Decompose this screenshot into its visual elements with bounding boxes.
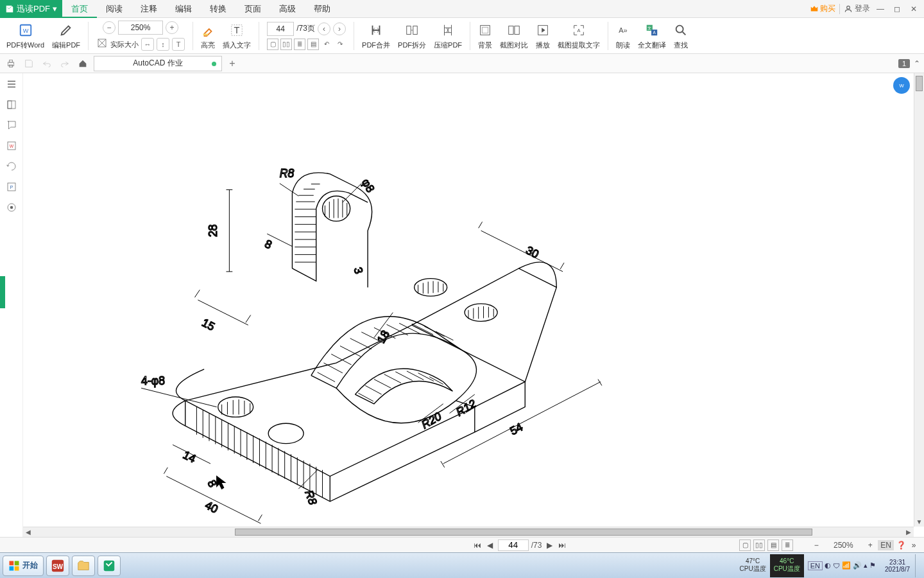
app-logo[interactable]: 迅读PDF ▾ (0, 0, 62, 18)
task-explorer[interactable] (72, 556, 95, 576)
cpu-temp-1[interactable]: 47°C CPU温度 (736, 554, 770, 577)
start-button[interactable]: 开始 (3, 556, 44, 576)
continuous-button[interactable]: ≣ (294, 39, 305, 50)
edit-pdf-button[interactable]: 编辑PDF (49, 18, 83, 54)
zoom-in-status[interactable]: + (865, 540, 875, 550)
app-dropdown-icon[interactable]: ▾ (53, 4, 57, 13)
tray-icons[interactable]: EN ◐ 🛡 📶 🔊 ▴ ⚑ (804, 561, 880, 570)
document-viewport[interactable]: 28 R8 φ8 8 3 15 18 30 54 4-φ8 14 8 40 R8… (23, 73, 924, 537)
background-button[interactable]: 背景 (475, 18, 495, 54)
zoom-out-button[interactable]: − (103, 21, 116, 34)
maximize-button[interactable]: ◻ (891, 3, 903, 15)
split-button[interactable]: PDF拆分 (395, 18, 429, 54)
scroll-left-button[interactable]: ◀ (23, 527, 33, 537)
status-arrows[interactable]: » (909, 540, 919, 550)
horizontal-scrollbar[interactable]: ◀ ▶ (23, 527, 914, 537)
single-page-button[interactable]: ▢ (267, 39, 278, 50)
view-single-button[interactable]: ▢ (739, 539, 751, 551)
pdf-to-word-button[interactable]: W PDF转Word (4, 18, 47, 54)
menu-annotate[interactable]: 注释 (132, 0, 166, 18)
prev-page-button-status[interactable]: ◀ (485, 540, 495, 550)
close-button[interactable]: ✕ (907, 3, 920, 15)
floating-convert-button[interactable]: W (893, 77, 910, 94)
status-help-button[interactable]: ❓ (896, 541, 906, 550)
taskbar-clock[interactable]: 23:31 2021/8/7 (880, 559, 915, 573)
bookmarks-button[interactable]: W (4, 139, 19, 153)
zoom-in-button[interactable]: + (166, 21, 178, 34)
attachments-button[interactable]: P (4, 180, 19, 194)
menu-convert[interactable]: 转换 (201, 0, 235, 18)
redo-button[interactable] (58, 57, 72, 71)
hscroll-thumb[interactable] (235, 529, 812, 536)
save-button[interactable] (22, 57, 36, 71)
document-canvas[interactable]: 28 R8 φ8 8 3 15 18 30 54 4-φ8 14 8 40 R8… (23, 73, 914, 527)
two-page-button[interactable]: ▯▯ (280, 39, 292, 50)
prev-page-button[interactable]: ‹ (318, 22, 330, 35)
tray-icon-net[interactable]: 📶 (842, 561, 851, 570)
scroll-down-button[interactable]: ▼ (914, 516, 924, 527)
page-number-input[interactable]: 44 (267, 22, 294, 36)
menu-page[interactable]: 页面 (235, 0, 270, 18)
view-double-button[interactable]: ▯▯ (753, 539, 765, 551)
task-pdfreader[interactable] (98, 556, 121, 576)
view-continuous-button[interactable]: ≣ (782, 539, 793, 551)
notification-badge[interactable]: 1 (898, 59, 910, 68)
vertical-scrollbar[interactable]: ▲ ▼ (914, 73, 924, 527)
record-button[interactable] (4, 200, 19, 215)
minimize-button[interactable]: — (874, 3, 887, 15)
tray-lang[interactable]: EN (808, 561, 823, 570)
fit-icon[interactable] (96, 37, 108, 51)
show-desktop-button[interactable] (915, 554, 921, 577)
home-button[interactable] (76, 57, 90, 71)
book-view-button[interactable]: ▤ (307, 39, 319, 50)
vscroll-thumb[interactable] (916, 76, 923, 91)
read-aloud-button[interactable]: A» 朗读 (613, 18, 633, 54)
menu-help[interactable]: 帮助 (305, 0, 339, 18)
translate-button[interactable]: 文A 全文翻译 (635, 18, 669, 54)
zoom-out-status[interactable]: − (811, 540, 821, 550)
insert-text-button[interactable]: T 插入文字 (220, 18, 253, 54)
highlight-button[interactable]: 高亮 (198, 18, 218, 54)
next-page-button-status[interactable]: ▶ (544, 540, 554, 550)
vip-buy[interactable]: 购买 (810, 3, 835, 14)
rotate-cw-button[interactable]: ↷ (334, 39, 346, 50)
task-solidworks[interactable]: SW (46, 556, 69, 576)
status-lang[interactable]: EN (878, 540, 894, 550)
refresh-button[interactable] (4, 159, 19, 173)
menu-advanced[interactable]: 高级 (270, 0, 305, 18)
side-handle[interactable] (0, 276, 5, 308)
next-page-button[interactable]: › (333, 22, 346, 35)
status-zoom[interactable]: 250% (824, 541, 862, 550)
document-tab[interactable]: AutoCAD 作业 (94, 56, 222, 71)
rotate-ccw-button[interactable]: ↶ (321, 39, 332, 50)
thumbnails-button[interactable] (4, 98, 19, 112)
zoom-value[interactable]: 250% (118, 21, 163, 35)
menu-edit[interactable]: 编辑 (166, 0, 201, 18)
menu-read[interactable]: 阅读 (97, 0, 132, 18)
login[interactable]: 登录 (844, 3, 870, 14)
fit-width-button[interactable]: ↔ (141, 38, 154, 51)
new-tab-button[interactable]: + (226, 57, 239, 70)
undo-button[interactable] (40, 57, 54, 71)
collapse-ribbon-button[interactable]: ⌃ (914, 59, 920, 68)
print-button[interactable] (4, 57, 18, 71)
compare-button[interactable]: 截图对比 (497, 18, 531, 54)
compress-button[interactable]: 压缩PDF (431, 18, 465, 54)
view-book-button[interactable]: ▤ (767, 539, 779, 551)
play-button[interactable]: 播放 (533, 18, 552, 54)
fit-page-button[interactable]: T (172, 38, 185, 51)
first-page-button[interactable]: ⏮ (472, 540, 483, 550)
last-page-button[interactable]: ⏭ (557, 540, 567, 550)
cpu-temp-2[interactable]: 46°C CPU温度 (770, 554, 804, 577)
status-page-input[interactable] (498, 539, 529, 551)
ocr-button[interactable]: A 截图提取文字 (555, 18, 603, 54)
real-size-button[interactable]: 实际大小 (110, 40, 139, 49)
fit-height-button[interactable]: ↕ (157, 38, 169, 51)
outline-button[interactable] (4, 77, 19, 91)
comments-button[interactable] (4, 118, 19, 132)
find-button[interactable]: 查找 (671, 18, 690, 54)
tray-icon-flag[interactable]: ⚑ (869, 561, 876, 570)
tray-icon-chevron[interactable]: ▴ (864, 561, 868, 570)
tray-icon-generic[interactable]: ◐ (825, 561, 831, 570)
tray-icon-sound[interactable]: 🔊 (853, 561, 862, 570)
